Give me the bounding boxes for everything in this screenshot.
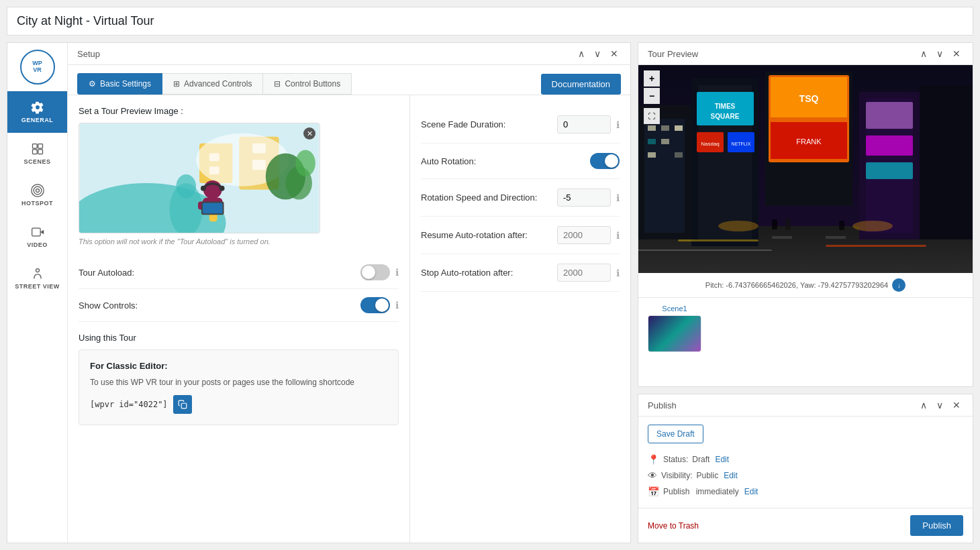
stop-rotation-info-icon[interactable]: ℹ <box>616 268 620 278</box>
rotation-speed-input[interactable] <box>557 188 611 207</box>
sidebar-item-general[interactable]: GENERAL <box>7 91 67 133</box>
scene-fade-controls: ℹ <box>557 115 620 133</box>
publish-close[interactable]: ✕ <box>950 400 963 410</box>
svg-rect-64 <box>866 102 913 129</box>
using-tour-box-title: For Classic Editor: <box>90 361 387 371</box>
svg-rect-36 <box>772 236 792 239</box>
zoom-fit-button[interactable] <box>644 108 660 124</box>
stop-rotation-input[interactable] <box>557 264 611 282</box>
publish-controls: ∧ ∨ ✕ <box>918 400 963 410</box>
svg-rect-70 <box>678 239 758 241</box>
auto-rotation-toggle[interactable] <box>590 153 620 169</box>
resume-rotation-controls: ℹ <box>557 226 620 244</box>
sidebar-item-scenes[interactable]: SCENES <box>7 133 67 174</box>
stop-rotation-controls: ℹ <box>557 264 620 282</box>
shortcode-row: [wpvr id="4022"] <box>90 395 387 414</box>
setup-controls: ∧ ∨ ✕ <box>575 48 621 59</box>
tour-preview-collapse-down[interactable]: ∨ <box>934 48 946 59</box>
publish-time-edit-link[interactable]: Edit <box>744 487 758 496</box>
sidebar-item-video[interactable]: VIDEO <box>7 216 67 258</box>
visibility-value: Public <box>696 471 718 480</box>
tour-autoload-toggle[interactable] <box>360 264 390 280</box>
tab-advanced[interactable]: ⊞ Advanced Controls <box>162 73 263 95</box>
show-controls-toggle[interactable] <box>360 297 390 313</box>
scene-fade-info-icon[interactable]: ℹ <box>616 119 620 130</box>
tour-autoload-info-icon[interactable]: ℹ <box>395 267 399 278</box>
resume-rotation-input[interactable] <box>557 226 611 244</box>
show-controls-controls: ℹ <box>360 297 399 313</box>
auto-rotation-controls <box>590 153 620 169</box>
tab-control[interactable]: ⊟ Control Buttons <box>263 73 352 95</box>
resume-rotation-info-icon[interactable]: ℹ <box>616 230 620 241</box>
sidebar-label-general: GENERAL <box>21 117 54 123</box>
svg-text:FRANK: FRANK <box>796 138 822 146</box>
svg-rect-2 <box>32 150 37 154</box>
main-content: Setup ∧ ∨ ✕ ⚙ Basic Settings <box>68 43 630 543</box>
tabs-row: ⚙ Basic Settings ⊞ Advanced Controls ⊟ C… <box>68 65 630 95</box>
sidebar-label-streetview: STREET VIEW <box>15 283 60 290</box>
show-controls-info-icon[interactable]: ℹ <box>395 300 399 311</box>
publish-button[interactable]: Publish <box>910 515 963 536</box>
status-edit-link[interactable]: Edit <box>715 455 729 464</box>
resume-rotation-field: Resume Auto-rotation after: ℹ <box>421 217 620 254</box>
status-icon: 📍 <box>648 454 659 465</box>
publish-collapse-up[interactable]: ∧ <box>918 400 930 410</box>
collapse-up-btn[interactable]: ∧ <box>575 48 587 59</box>
tabs: ⚙ Basic Settings ⊞ Advanced Controls ⊟ C… <box>77 73 352 95</box>
show-controls-field: Show Controls: ℹ <box>79 289 399 322</box>
stop-rotation-label: Stop Auto-rotation after: <box>421 268 513 278</box>
sidebar-item-hotspot[interactable]: HOTSPOT <box>7 174 67 216</box>
scene-thumb-scene1[interactable]: Scene1 <box>648 305 701 352</box>
tour-preview-header: Tour Preview ∧ ∨ ✕ <box>638 43 973 65</box>
svg-rect-65 <box>866 135 913 156</box>
rotation-speed-info-icon[interactable]: ℹ <box>616 192 620 203</box>
show-controls-label: Show Controls: <box>79 300 138 311</box>
move-to-trash-link[interactable]: Move to Trash <box>648 521 699 531</box>
publish-time-value: immediately <box>693 487 738 496</box>
svg-text:Nasdaq: Nasdaq <box>701 141 720 147</box>
publish-collapse-down[interactable]: ∨ <box>934 400 946 410</box>
svg-rect-67 <box>920 85 973 239</box>
shortcode-text: [wpvr id="4022"] <box>90 400 168 409</box>
publish-body: Save Draft 📍 Status: Draft Edit 👁 Visibi… <box>638 417 973 508</box>
status-value: Draft <box>692 455 709 464</box>
svg-text:TIMES: TIMES <box>715 103 736 110</box>
zoom-out-button[interactable]: − <box>644 88 660 104</box>
svg-point-29 <box>219 186 225 191</box>
publish-time-label: Publish <box>663 487 689 496</box>
scene-fade-input[interactable] <box>557 115 611 133</box>
visibility-label: Visibility: <box>661 471 692 480</box>
preview-image-label: Set a Tour Preview Image : <box>79 106 399 116</box>
svg-text:NETFLIX: NETFLIX <box>732 142 751 146</box>
sidebar-item-streetview[interactable]: STREET VIEW <box>7 258 67 299</box>
tour-preview-controls: ∧ ∨ ✕ <box>918 48 963 59</box>
svg-point-69 <box>852 221 893 231</box>
visibility-icon: 👁 <box>648 470 657 481</box>
page-title: City at Night - Virtual Tour <box>7 7 973 36</box>
tour-preview-close[interactable]: ✕ <box>950 48 963 59</box>
using-tour-section: Using this Tour For Classic Editor: To u… <box>79 333 399 425</box>
svg-rect-43 <box>648 139 656 144</box>
stop-rotation-field: Stop Auto-rotation after: ℹ <box>421 254 620 292</box>
svg-rect-7 <box>32 228 40 236</box>
tab-advanced-label: Advanced Controls <box>184 79 252 89</box>
save-draft-button[interactable]: Save Draft <box>648 425 703 443</box>
close-preview-btn[interactable]: ✕ <box>303 127 315 140</box>
tab-basic[interactable]: ⚙ Basic Settings <box>77 73 162 95</box>
download-icon[interactable]: ↓ <box>892 278 905 292</box>
tour-preview-title: Tour Preview <box>648 49 698 59</box>
tab-basic-label: Basic Settings <box>100 79 151 89</box>
svg-rect-75 <box>839 221 844 230</box>
documentation-button[interactable]: Documentation <box>541 74 621 95</box>
tour-preview-collapse-up[interactable]: ∧ <box>918 48 930 59</box>
visibility-edit-link[interactable]: Edit <box>724 471 738 480</box>
zoom-in-button[interactable]: + <box>644 70 660 87</box>
copy-shortcode-button[interactable] <box>173 395 192 414</box>
svg-rect-31 <box>203 203 223 214</box>
collapse-close-btn[interactable]: ✕ <box>607 48 621 59</box>
collapse-down-btn[interactable]: ∨ <box>591 48 603 59</box>
form-left: Set a Tour Preview Image : <box>68 95 410 543</box>
auto-rotation-label: Auto Rotation: <box>421 156 476 166</box>
svg-rect-0 <box>32 144 37 149</box>
tab-control-label: Control Buttons <box>285 79 340 89</box>
